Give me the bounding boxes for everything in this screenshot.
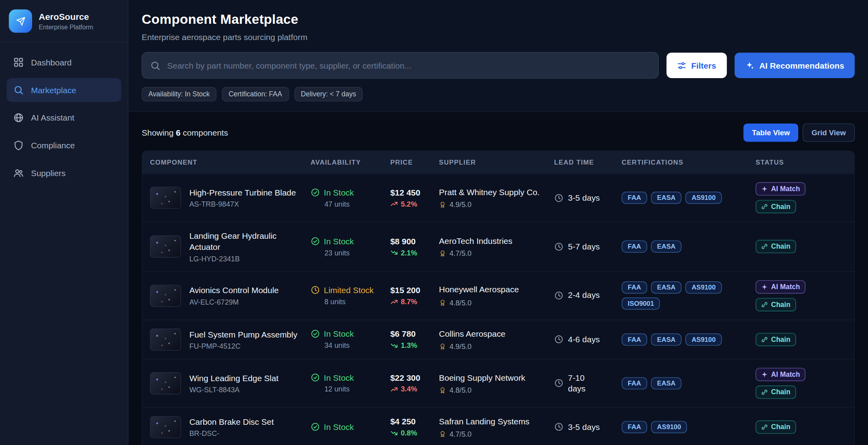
table-row[interactable]: Fuel System Pump Assembly FU-PMP-4512C I…	[142, 319, 854, 359]
component-thumbnail	[150, 284, 181, 307]
grid-view-button[interactable]: Grid View	[803, 123, 855, 142]
component-name: Landing Gear Hydraulic Actuator	[189, 230, 305, 253]
certifications-cell: FAAEASA	[621, 369, 755, 398]
filters-button[interactable]: Filters	[666, 53, 727, 78]
main-content: Component Marketplace Enterprise aerospa…	[128, 0, 868, 445]
price-value: $15 200	[390, 285, 434, 295]
chain-badge[interactable]: Chain	[755, 240, 796, 253]
users-icon	[13, 168, 24, 178]
ai-match-badge[interactable]: AI Match	[755, 280, 805, 293]
component-part-number: BR-DSC-	[189, 429, 274, 437]
status-cell: AI MatchChain	[755, 174, 854, 222]
sidebar-item-suppliers[interactable]: Suppliers	[7, 161, 121, 185]
lead-time-value: 3-5 days	[568, 192, 600, 203]
column-header-price: PRICE	[390, 151, 439, 173]
chain-badge[interactable]: Chain	[755, 386, 796, 399]
certifications-cell: FAAEASA	[621, 232, 755, 261]
status-cell: Chain	[755, 412, 854, 442]
table-header: COMPONENT AVAILABILITY PRICE SUPPLIER LE…	[142, 151, 854, 173]
sidebar-item-marketplace[interactable]: Marketplace	[7, 78, 121, 102]
results-toolbar: Showing 6 components Table View Grid Vie…	[128, 112, 868, 149]
certification-badge: EASA	[651, 241, 681, 253]
link-icon	[761, 336, 768, 343]
certification-badge: FAA	[621, 241, 647, 253]
chain-badge[interactable]: Chain	[755, 333, 796, 346]
clock-icon	[554, 291, 564, 300]
trend-up-icon	[390, 386, 398, 393]
certifications-cell: FAAEASAAS9100	[621, 325, 755, 354]
filter-chips: Availability: In Stock Certification: FA…	[142, 87, 855, 101]
price-value: $22 300	[390, 373, 434, 382]
sidebar-item-compliance[interactable]: Compliance	[7, 134, 121, 157]
units-count: 47 units	[311, 200, 385, 208]
certification-badge: EASA	[651, 333, 681, 345]
component-thumbnail	[150, 187, 181, 209]
certification-badge: AS9100	[686, 192, 722, 204]
price-value: $12 450	[390, 188, 434, 197]
page-title: Component Marketplace	[142, 12, 855, 27]
medal-icon	[439, 430, 446, 437]
medal-icon	[439, 250, 446, 257]
certification-badge: EASA	[651, 377, 681, 389]
sidebar-item-ai-assistant[interactable]: AI Assistant	[7, 106, 121, 130]
status-cell: AI MatchChain	[755, 272, 854, 319]
sidebar-nav: Dashboard Marketplace AI Assistant Compl…	[0, 43, 128, 193]
filter-chip-availability[interactable]: Availability: In Stock	[142, 87, 216, 101]
table-row[interactable]: Carbon Brake Disc Set BR-DSC- In Stock $…	[142, 407, 854, 445]
component-name: Fuel System Pump Assembly	[189, 329, 297, 340]
table-row[interactable]: High-Pressure Turbine Blade AS-TRB-9847X…	[142, 173, 854, 222]
component-thumbnail	[150, 416, 181, 438]
ai-match-badge[interactable]: AI Match	[755, 368, 805, 381]
component-name: Wing Leading Edge Slat	[189, 372, 279, 384]
units-count: 23 units	[311, 249, 385, 257]
component-part-number: FU-PMP-4512C	[189, 341, 297, 350]
price-change-percent: 8.7%	[401, 297, 417, 306]
search-icon	[13, 85, 24, 96]
in-stock-check-icon	[311, 236, 320, 246]
price-value: $8 900	[390, 236, 434, 246]
lead-time-value: 7-10 days	[568, 372, 602, 395]
chain-badge[interactable]: Chain	[755, 420, 796, 434]
sidebar-item-label: Suppliers	[31, 169, 65, 178]
table-row[interactable]: Wing Leading Edge Slat WG-SLT-8843A In S…	[142, 359, 854, 407]
certification-badge: FAA	[621, 421, 647, 433]
chain-badge[interactable]: Chain	[755, 200, 796, 213]
ai-recommendations-button[interactable]: AI Recommendations	[734, 53, 855, 78]
in-stock-check-icon	[311, 373, 320, 382]
status-cell: Chain	[755, 232, 854, 261]
sidebar-item-label: AI Assistant	[31, 113, 74, 123]
certifications-cell: FAAEASAAS9100	[621, 183, 755, 212]
app-viewport: AeroSource Enterprise Platform Dashboard…	[0, 0, 868, 445]
link-icon	[761, 243, 768, 250]
search-box	[142, 52, 659, 79]
component-part-number: AS-TRB-9847X	[189, 200, 296, 208]
sparkle-icon	[761, 283, 768, 290]
sliders-icon	[677, 61, 686, 70]
shield-icon	[13, 140, 24, 151]
filter-chip-certification[interactable]: Certification: FAA	[222, 87, 289, 101]
column-header-supplier: SUPPLIER	[439, 151, 554, 173]
clock-icon	[554, 422, 564, 432]
table-row[interactable]: Avionics Control Module AV-ELC-6729M Lim…	[142, 271, 854, 320]
filter-chip-delivery[interactable]: Delivery: < 7 days	[294, 87, 363, 101]
supplier-name: Boeing Supply Network	[439, 372, 549, 383]
table-view-button[interactable]: Table View	[744, 123, 798, 142]
status-cell: AI MatchChain	[755, 359, 854, 407]
price-change-percent: 5.2%	[401, 200, 417, 208]
search-input[interactable]	[142, 52, 659, 79]
trend-down-icon	[390, 429, 398, 437]
ai-match-badge[interactable]: AI Match	[755, 182, 805, 196]
chain-badge[interactable]: Chain	[755, 298, 796, 311]
table-row[interactable]: Landing Gear Hydraulic Actuator LG-HYD-2…	[142, 222, 854, 271]
components-table: COMPONENT AVAILABILITY PRICE SUPPLIER LE…	[142, 151, 855, 445]
certification-badge: FAA	[621, 377, 647, 389]
component-part-number: WG-SLT-8843A	[189, 386, 279, 394]
trend-up-icon	[390, 200, 398, 208]
supplier-name: AeroTech Industries	[439, 236, 549, 247]
component-name: Avionics Control Module	[189, 285, 279, 296]
column-header-status: STATUS	[755, 151, 854, 173]
availability-label: In Stock	[324, 236, 354, 246]
supplier-name: Safran Landing Systems	[439, 416, 549, 427]
availability-label: In Stock	[324, 422, 354, 432]
sidebar-item-dashboard[interactable]: Dashboard	[7, 50, 121, 74]
